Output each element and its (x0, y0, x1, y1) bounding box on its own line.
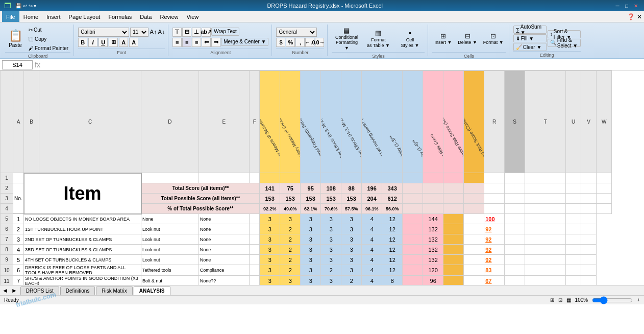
cell-s4[interactable] (505, 204, 525, 214)
cell-s2[interactable] (505, 183, 525, 194)
decrease-decimal-button[interactable]: ←.0 (305, 38, 314, 47)
col-header-j[interactable]: Weather Effects (H-3, M-2, L-1)** (321, 71, 341, 173)
menu-page-layout[interactable]: Page Layout (65, 11, 105, 22)
item-7[interactable]: 2ND SET OF TURNBUCKLES & CLAMPS (24, 234, 141, 245)
currency-button[interactable]: $ (276, 38, 285, 47)
q5[interactable] (464, 214, 484, 224)
n9[interactable] (403, 255, 423, 265)
h10[interactable]: 2 (280, 265, 301, 276)
cell-l1[interactable] (362, 173, 382, 183)
p7[interactable] (443, 234, 464, 245)
s10[interactable]: 83 (484, 265, 505, 276)
cell-u2[interactable] (566, 183, 581, 194)
s5[interactable]: 100 (484, 214, 505, 224)
q8[interactable] (464, 245, 484, 255)
item-11[interactable]: SRL'S & ANCHOR POINTS IN GOOD CONDITION … (24, 276, 141, 285)
find-select-button[interactable]: 🔍 Find &Select ▼ (548, 39, 581, 47)
s11[interactable]: 67 (484, 276, 505, 285)
u6[interactable] (525, 224, 566, 234)
no-8[interactable]: 4 (13, 245, 24, 255)
o7[interactable]: 132 (423, 234, 443, 245)
item-5[interactable]: NO LOOSE OBJECTS IN MONKEY BOARD AREA (24, 214, 141, 224)
sheet-nav-left[interactable]: ◄ (2, 287, 8, 294)
col-header-e[interactable]: E (199, 71, 250, 173)
j10[interactable]: 2 (321, 265, 341, 276)
help-icon[interactable]: ❓ (627, 13, 635, 20)
i9[interactable]: 3 (301, 255, 321, 265)
g9[interactable]: 3 (260, 255, 280, 265)
cell-q1[interactable] (464, 173, 484, 183)
u7[interactable] (525, 234, 566, 245)
cell-r4[interactable] (484, 204, 505, 214)
i8[interactable]: 3 (301, 245, 321, 255)
col-header-n[interactable]: Severity (1-4)** (403, 71, 423, 173)
v5[interactable] (566, 214, 581, 224)
format-as-table-button[interactable]: ▦ Formatas Table ▼ (363, 26, 393, 52)
col-header-h[interactable]: Secondary Means of Securement** (280, 71, 301, 173)
j9[interactable]: 3 (321, 255, 341, 265)
col-header-q[interactable]: Indexed Risk Score (Cumulative Score/144… (464, 71, 484, 173)
cell-w1[interactable] (597, 173, 612, 183)
p10[interactable] (443, 265, 464, 276)
percent-button[interactable]: % (286, 38, 295, 47)
cell-s3[interactable] (505, 194, 525, 204)
g5[interactable]: 3 (260, 214, 280, 224)
w11[interactable] (581, 276, 597, 285)
l10[interactable]: 4 (362, 265, 382, 276)
font-name-select[interactable]: Calibri (78, 28, 129, 37)
col-header-t[interactable]: T (525, 71, 566, 173)
align-bottom-button[interactable]: ⊥ (192, 28, 201, 37)
col-header-f[interactable]: F (250, 71, 260, 173)
no-11[interactable]: 7 (13, 276, 24, 285)
v11[interactable] (566, 276, 581, 285)
col-header-v[interactable]: V (581, 71, 597, 173)
cell-r2[interactable] (484, 183, 505, 194)
comma-button[interactable]: , (295, 38, 305, 47)
fill-color-button[interactable]: A (119, 38, 128, 47)
w5[interactable] (581, 214, 597, 224)
o8[interactable]: 132 (423, 245, 443, 255)
cell-n1[interactable] (403, 173, 423, 183)
q11[interactable] (464, 276, 484, 285)
e6[interactable]: None (199, 224, 250, 234)
align-left-button[interactable]: ≡ (172, 38, 182, 47)
decrease-indent-button[interactable]: ⇐ (202, 38, 211, 47)
menu-formulas[interactable]: Formulas (104, 11, 136, 22)
format-painter-button[interactable]: 🖌 Format Painter (27, 44, 70, 52)
page-layout-icon[interactable]: ⊡ (558, 297, 562, 303)
m11[interactable]: 8 (382, 276, 403, 285)
tab-drops-list[interactable]: DROPS List (20, 287, 59, 295)
l7[interactable]: 4 (362, 234, 382, 245)
col-header-m[interactable]: Probability (1-3)** (382, 71, 403, 173)
t9[interactable] (505, 255, 525, 265)
cell-i1[interactable] (301, 173, 321, 183)
close-ribbon-icon[interactable]: ✕ (637, 13, 642, 20)
page-break-icon[interactable]: ▦ (566, 297, 571, 303)
h8[interactable]: 2 (280, 245, 301, 255)
e11[interactable]: None?? (199, 276, 250, 285)
t5[interactable] (505, 214, 525, 224)
underline-button[interactable]: U (98, 38, 108, 47)
insert-button[interactable]: ⊞ Insert ▼ (432, 26, 454, 52)
cell-g1[interactable] (260, 173, 280, 183)
cell-o1[interactable] (423, 173, 443, 183)
f7[interactable] (250, 234, 260, 245)
k6[interactable]: 3 (341, 224, 362, 234)
o10[interactable]: 120 (423, 265, 443, 276)
cell-u1[interactable] (566, 173, 581, 183)
f5[interactable] (250, 214, 260, 224)
n11[interactable] (403, 276, 423, 285)
f9[interactable] (250, 255, 260, 265)
minimize-btn[interactable]: ─ (613, 2, 622, 9)
e7[interactable]: None (199, 234, 250, 245)
col-header-u[interactable]: U (566, 71, 581, 173)
text-orientation-button[interactable]: ab↗ (202, 28, 211, 37)
cell-w3[interactable] (597, 194, 612, 204)
col-header-r[interactable]: R (484, 71, 505, 173)
w6[interactable] (581, 224, 597, 234)
cell-w4[interactable] (597, 204, 612, 214)
item-10[interactable]: DERRICK IS FREE OF LOOSE PARTS AND ALL T… (24, 265, 141, 276)
increase-font-icon[interactable]: A↑ (150, 29, 157, 36)
l5[interactable]: 4 (362, 214, 382, 224)
j11[interactable]: 3 (321, 276, 341, 285)
